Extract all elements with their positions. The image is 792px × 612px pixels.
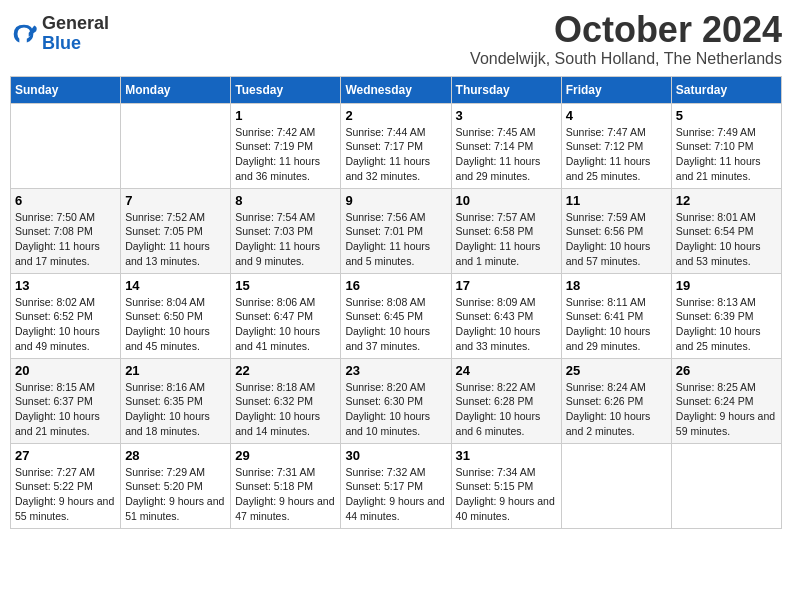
calendar-cell: 5Sunrise: 7:49 AMSunset: 7:10 PMDaylight… [671, 103, 781, 188]
day-number: 13 [15, 278, 116, 293]
calendar-cell [671, 443, 781, 528]
calendar-cell: 20Sunrise: 8:15 AMSunset: 6:37 PMDayligh… [11, 358, 121, 443]
day-number: 14 [125, 278, 226, 293]
day-info: Sunrise: 7:50 AMSunset: 7:08 PMDaylight:… [15, 210, 116, 269]
day-info: Sunrise: 8:01 AMSunset: 6:54 PMDaylight:… [676, 210, 777, 269]
calendar-cell: 12Sunrise: 8:01 AMSunset: 6:54 PMDayligh… [671, 188, 781, 273]
calendar-cell: 13Sunrise: 8:02 AMSunset: 6:52 PMDayligh… [11, 273, 121, 358]
calendar-cell: 11Sunrise: 7:59 AMSunset: 6:56 PMDayligh… [561, 188, 671, 273]
calendar-cell: 17Sunrise: 8:09 AMSunset: 6:43 PMDayligh… [451, 273, 561, 358]
day-info: Sunrise: 7:44 AMSunset: 7:17 PMDaylight:… [345, 125, 446, 184]
day-info: Sunrise: 7:57 AMSunset: 6:58 PMDaylight:… [456, 210, 557, 269]
day-number: 19 [676, 278, 777, 293]
day-number: 20 [15, 363, 116, 378]
calendar-cell: 3Sunrise: 7:45 AMSunset: 7:14 PMDaylight… [451, 103, 561, 188]
calendar-cell [121, 103, 231, 188]
day-number: 27 [15, 448, 116, 463]
calendar-cell: 28Sunrise: 7:29 AMSunset: 5:20 PMDayligh… [121, 443, 231, 528]
day-info: Sunrise: 8:24 AMSunset: 6:26 PMDaylight:… [566, 380, 667, 439]
calendar-cell: 30Sunrise: 7:32 AMSunset: 5:17 PMDayligh… [341, 443, 451, 528]
calendar-cell: 6Sunrise: 7:50 AMSunset: 7:08 PMDaylight… [11, 188, 121, 273]
day-info: Sunrise: 7:54 AMSunset: 7:03 PMDaylight:… [235, 210, 336, 269]
day-number: 6 [15, 193, 116, 208]
logo: General Blue [10, 14, 109, 54]
day-info: Sunrise: 7:34 AMSunset: 5:15 PMDaylight:… [456, 465, 557, 524]
calendar-table: SundayMondayTuesdayWednesdayThursdayFrid… [10, 76, 782, 529]
day-number: 9 [345, 193, 446, 208]
day-number: 18 [566, 278, 667, 293]
weekday-header-thursday: Thursday [451, 76, 561, 103]
weekday-header-friday: Friday [561, 76, 671, 103]
day-info: Sunrise: 8:22 AMSunset: 6:28 PMDaylight:… [456, 380, 557, 439]
day-info: Sunrise: 8:08 AMSunset: 6:45 PMDaylight:… [345, 295, 446, 354]
day-number: 29 [235, 448, 336, 463]
day-number: 28 [125, 448, 226, 463]
weekday-header-monday: Monday [121, 76, 231, 103]
day-info: Sunrise: 8:18 AMSunset: 6:32 PMDaylight:… [235, 380, 336, 439]
day-info: Sunrise: 7:52 AMSunset: 7:05 PMDaylight:… [125, 210, 226, 269]
calendar-cell: 29Sunrise: 7:31 AMSunset: 5:18 PMDayligh… [231, 443, 341, 528]
weekday-header-tuesday: Tuesday [231, 76, 341, 103]
calendar-cell: 31Sunrise: 7:34 AMSunset: 5:15 PMDayligh… [451, 443, 561, 528]
day-number: 10 [456, 193, 557, 208]
day-number: 31 [456, 448, 557, 463]
month-title: October 2024 [470, 10, 782, 50]
day-number: 21 [125, 363, 226, 378]
day-info: Sunrise: 8:25 AMSunset: 6:24 PMDaylight:… [676, 380, 777, 439]
calendar-cell [11, 103, 121, 188]
calendar-cell: 10Sunrise: 7:57 AMSunset: 6:58 PMDayligh… [451, 188, 561, 273]
day-info: Sunrise: 8:06 AMSunset: 6:47 PMDaylight:… [235, 295, 336, 354]
day-number: 30 [345, 448, 446, 463]
calendar-cell: 26Sunrise: 8:25 AMSunset: 6:24 PMDayligh… [671, 358, 781, 443]
day-info: Sunrise: 7:56 AMSunset: 7:01 PMDaylight:… [345, 210, 446, 269]
calendar-cell: 24Sunrise: 8:22 AMSunset: 6:28 PMDayligh… [451, 358, 561, 443]
calendar-cell: 19Sunrise: 8:13 AMSunset: 6:39 PMDayligh… [671, 273, 781, 358]
day-number: 15 [235, 278, 336, 293]
day-info: Sunrise: 8:04 AMSunset: 6:50 PMDaylight:… [125, 295, 226, 354]
day-number: 5 [676, 108, 777, 123]
day-number: 25 [566, 363, 667, 378]
day-number: 4 [566, 108, 667, 123]
day-info: Sunrise: 8:13 AMSunset: 6:39 PMDaylight:… [676, 295, 777, 354]
calendar-cell: 7Sunrise: 7:52 AMSunset: 7:05 PMDaylight… [121, 188, 231, 273]
day-number: 1 [235, 108, 336, 123]
day-number: 7 [125, 193, 226, 208]
day-info: Sunrise: 7:59 AMSunset: 6:56 PMDaylight:… [566, 210, 667, 269]
day-info: Sunrise: 7:49 AMSunset: 7:10 PMDaylight:… [676, 125, 777, 184]
logo-blue: Blue [42, 34, 109, 54]
day-number: 23 [345, 363, 446, 378]
calendar-cell: 9Sunrise: 7:56 AMSunset: 7:01 PMDaylight… [341, 188, 451, 273]
day-info: Sunrise: 7:29 AMSunset: 5:20 PMDaylight:… [125, 465, 226, 524]
calendar-cell: 8Sunrise: 7:54 AMSunset: 7:03 PMDaylight… [231, 188, 341, 273]
calendar-cell: 18Sunrise: 8:11 AMSunset: 6:41 PMDayligh… [561, 273, 671, 358]
calendar-cell: 16Sunrise: 8:08 AMSunset: 6:45 PMDayligh… [341, 273, 451, 358]
weekday-header-sunday: Sunday [11, 76, 121, 103]
day-number: 2 [345, 108, 446, 123]
calendar-cell: 27Sunrise: 7:27 AMSunset: 5:22 PMDayligh… [11, 443, 121, 528]
day-info: Sunrise: 8:11 AMSunset: 6:41 PMDaylight:… [566, 295, 667, 354]
calendar-cell: 14Sunrise: 8:04 AMSunset: 6:50 PMDayligh… [121, 273, 231, 358]
day-number: 12 [676, 193, 777, 208]
day-number: 16 [345, 278, 446, 293]
day-number: 3 [456, 108, 557, 123]
calendar-cell [561, 443, 671, 528]
calendar-cell: 22Sunrise: 8:18 AMSunset: 6:32 PMDayligh… [231, 358, 341, 443]
logo-general: General [42, 14, 109, 34]
day-info: Sunrise: 7:31 AMSunset: 5:18 PMDaylight:… [235, 465, 336, 524]
day-info: Sunrise: 8:15 AMSunset: 6:37 PMDaylight:… [15, 380, 116, 439]
calendar-cell: 25Sunrise: 8:24 AMSunset: 6:26 PMDayligh… [561, 358, 671, 443]
day-number: 8 [235, 193, 336, 208]
location-title: Vondelwijk, South Holland, The Netherlan… [470, 50, 782, 68]
day-info: Sunrise: 8:20 AMSunset: 6:30 PMDaylight:… [345, 380, 446, 439]
day-info: Sunrise: 8:09 AMSunset: 6:43 PMDaylight:… [456, 295, 557, 354]
calendar-cell: 1Sunrise: 7:42 AMSunset: 7:19 PMDaylight… [231, 103, 341, 188]
day-info: Sunrise: 7:27 AMSunset: 5:22 PMDaylight:… [15, 465, 116, 524]
day-number: 17 [456, 278, 557, 293]
day-info: Sunrise: 7:32 AMSunset: 5:17 PMDaylight:… [345, 465, 446, 524]
calendar-cell: 23Sunrise: 8:20 AMSunset: 6:30 PMDayligh… [341, 358, 451, 443]
day-number: 24 [456, 363, 557, 378]
weekday-header-saturday: Saturday [671, 76, 781, 103]
calendar-cell: 15Sunrise: 8:06 AMSunset: 6:47 PMDayligh… [231, 273, 341, 358]
day-number: 22 [235, 363, 336, 378]
day-info: Sunrise: 8:02 AMSunset: 6:52 PMDaylight:… [15, 295, 116, 354]
